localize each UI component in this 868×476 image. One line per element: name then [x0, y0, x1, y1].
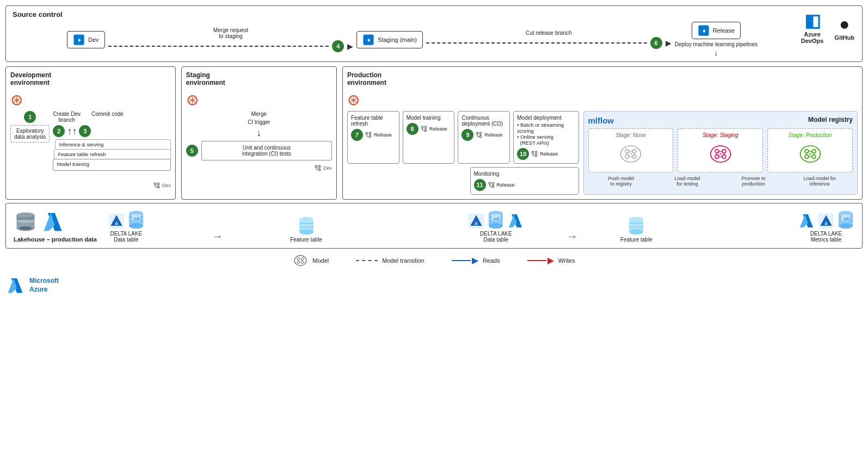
- commit-labels: Create Dev branch Commit code: [53, 111, 170, 123]
- dashed-arrow-2: 6 ▶: [426, 37, 672, 49]
- prod-feature-tag: Release: [374, 132, 392, 138]
- feature-branch-icon: [365, 132, 372, 138]
- stage-none-box: Stage: None: [588, 128, 674, 172]
- staging-databricks-icon: ⊛: [186, 91, 332, 109]
- stage-staging-box: Stage: Staging: [678, 128, 763, 172]
- feature-table-2-label: Feature table: [620, 237, 652, 243]
- prod-env-inner: Feature table refresh 7: [347, 111, 858, 195]
- model-brain-staging: [707, 140, 734, 168]
- ms-azure-label: MicrosoftAzure: [29, 277, 59, 294]
- dev-node-col: ⬧ Dev: [67, 31, 105, 48]
- svg-point-78: [17, 213, 35, 218]
- legend-section: Model Model transition ▶ Reads ▶ Writes: [5, 253, 863, 268]
- dev-branch-icon: [153, 182, 160, 189]
- staging-dev-tag-row: Dev: [186, 165, 332, 171]
- legend-writes-label: Writes: [558, 257, 575, 264]
- metrics-table: Δ DELTA LAKEMetrics table: [798, 209, 854, 243]
- svg-point-56: [722, 155, 726, 159]
- svg-point-28: [480, 132, 482, 134]
- svg-point-36: [489, 182, 491, 184]
- ms-azure-bottom-icon: [5, 276, 25, 295]
- svg-point-45: [632, 155, 636, 159]
- transition-labels: Push modelto registry Load modelfor test…: [588, 176, 853, 187]
- svg-point-55: [715, 155, 719, 159]
- transition-load-inf: Load model forinference: [786, 176, 853, 187]
- source-control-label: Source control: [13, 10, 855, 18]
- prod-model-training-box: Model training 8: [403, 111, 455, 164]
- model-brain-none: [617, 140, 644, 168]
- svg-point-121: [839, 223, 853, 228]
- staging-content: Merge CI trigger ↓ 5 Unit and continuous…: [186, 111, 332, 171]
- writes-arrow-1: →: [535, 230, 609, 243]
- legend-red-arrowhead: ▶: [547, 256, 554, 265]
- badge-5: 5: [186, 145, 198, 157]
- feature-table-1-icons: [298, 215, 315, 236]
- svg-point-130: [301, 261, 304, 264]
- legend-blue-line: [452, 260, 471, 261]
- svg-point-111: [629, 229, 643, 234]
- svg-point-126: [294, 256, 306, 266]
- prod-env-header: Productionenvironment: [347, 71, 858, 86]
- svg-text:⬧: ⬧: [367, 36, 371, 44]
- badge-6: 6: [650, 37, 662, 49]
- top-logos: ◧ Azure DevOps ● GitHub: [801, 10, 854, 44]
- release-git-icon: ⬧: [698, 24, 710, 36]
- prod-pipelines-area: Feature table refresh 7: [347, 111, 579, 195]
- dev-left-col: 1 Exploratory data analysis: [10, 111, 50, 143]
- mlflow-label: mlflow: [588, 116, 614, 125]
- dev-env-header: Developmentenvironment: [10, 71, 171, 86]
- dev-tag-row: Dev: [53, 182, 170, 189]
- svg-point-65: [812, 150, 816, 153]
- svg-point-33: [535, 151, 537, 153]
- staging-node-label: Staging (main): [378, 36, 417, 43]
- prod-model-badge-row: 8 Release: [407, 123, 451, 135]
- badge-1: 1: [24, 111, 36, 123]
- svg-point-12: [318, 169, 321, 171]
- svg-point-8: [157, 183, 159, 185]
- svg-point-67: [812, 155, 816, 159]
- release-node-label: Release: [713, 27, 735, 34]
- stage-none-label: Stage: None: [592, 132, 670, 138]
- cd-branch-icon: [476, 132, 482, 138]
- pipeline-feature-label: Feature table refresh: [54, 150, 170, 159]
- badge-3: 3: [79, 125, 91, 137]
- feature-table-1: Feature table: [290, 215, 322, 243]
- legend-red-line: [527, 260, 546, 261]
- pipeline-model-label: Model training: [53, 159, 170, 169]
- dashed-line-2: [426, 42, 647, 44]
- prod-deploy-bullets: • Batch or streaming scoring • Online se…: [517, 122, 575, 146]
- delta-lake-icon-2: Δ: [467, 212, 485, 230]
- dev-databricks-icon: ⊛: [10, 91, 171, 109]
- legend-reads: ▶ Reads: [452, 256, 500, 265]
- svg-point-54: [722, 150, 726, 153]
- dev-env-box: Developmentenvironment ⊛ 1 Exploratory d…: [5, 66, 176, 200]
- red-arrow-1: →: [567, 230, 578, 243]
- svg-point-18: [369, 132, 371, 134]
- connector-cut-release: Cut release branch 6 ▶: [423, 30, 675, 49]
- metrics-table-label: DELTA LAKEMetrics table: [810, 231, 842, 243]
- badge-8: 8: [407, 123, 418, 135]
- svg-point-26: [477, 132, 479, 134]
- svg-text:Δ: Δ: [475, 221, 478, 226]
- svg-point-79: [20, 226, 32, 230]
- svg-point-27: [480, 135, 482, 138]
- source-control-section: Source control ◧ Azure DevOps ● GitHub ⬧: [5, 5, 863, 62]
- delta-lake-icon-1: Δ: [108, 212, 125, 230]
- svg-point-17: [369, 135, 371, 138]
- dev-env-content: 1 Exploratory data analysis Create Dev b…: [10, 111, 171, 189]
- bottom-branding: MicrosoftAzure: [5, 276, 863, 295]
- data-table-1-cylinder: [127, 209, 145, 230]
- transition-load-test: Load modelfor testing: [654, 176, 721, 187]
- staging-env-box: Stagingenvironment ⊛ Merge CI trigger ↓ …: [181, 66, 337, 200]
- prod-feature-refresh-label: Feature table refresh: [351, 115, 396, 127]
- monitoring-label: Monitoring: [474, 171, 575, 177]
- model-stages-row: Stage: None: [588, 128, 853, 172]
- svg-point-43: [632, 150, 636, 153]
- legend-writes: ▶ Writes: [527, 256, 575, 265]
- svg-point-6: [154, 183, 156, 185]
- svg-text:Δ: Δ: [824, 221, 828, 226]
- feature-table-2: Feature table: [620, 215, 652, 243]
- legend-reads-label: Reads: [483, 257, 500, 264]
- prod-deploy-badge-row: 10 Release: [517, 148, 575, 160]
- prod-feature-refresh-box: Feature table refresh 7: [347, 111, 399, 164]
